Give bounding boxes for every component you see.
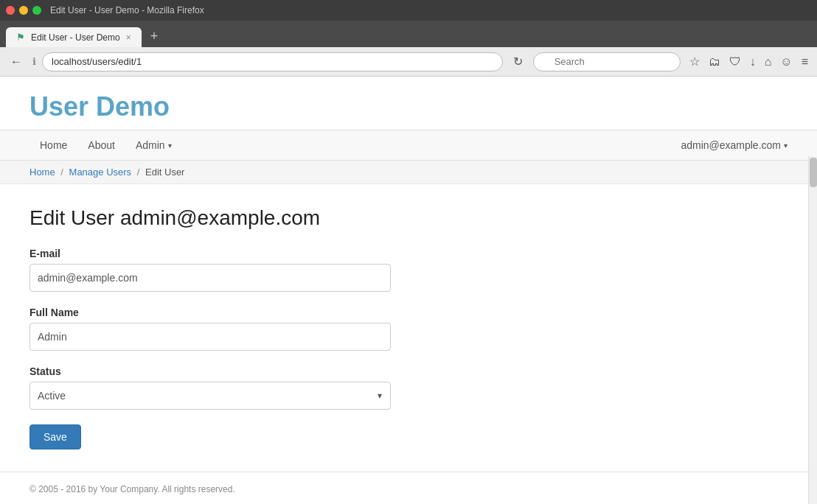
- scrollbar-thumb[interactable]: [810, 158, 817, 187]
- fullname-field[interactable]: [29, 323, 391, 351]
- breadcrumb-current: Edit User: [145, 167, 184, 178]
- tab-label: Edit User - User Demo: [31, 32, 120, 43]
- search-input[interactable]: [533, 52, 681, 71]
- tab-favicon: ⚑: [16, 32, 25, 43]
- browser-tabbar: ⚑ Edit User - User Demo × +: [0, 21, 817, 47]
- search-wrapper: 🔍: [533, 52, 681, 71]
- browser-tab-active[interactable]: ⚑ Edit User - User Demo ×: [6, 27, 142, 47]
- nav-admin-dropdown[interactable]: Admin ▾: [125, 130, 182, 160]
- app-header: User Demo: [0, 77, 817, 130]
- back-button[interactable]: ←: [6, 52, 27, 71]
- download-icon[interactable]: ↓: [747, 52, 759, 71]
- address-bar[interactable]: [42, 52, 503, 71]
- toolbar-icons: ☆ 🗂 🛡 ↓ ⌂ ☺ ≡: [686, 52, 811, 71]
- menu-icon[interactable]: ≡: [799, 52, 811, 71]
- page-wrapper: User Demo Home About Admin ▾ admin@examp…: [0, 77, 817, 504]
- tab-close-button[interactable]: ×: [126, 32, 131, 43]
- fullname-group: Full Name: [29, 307, 788, 351]
- home-icon[interactable]: ⌂: [762, 52, 775, 71]
- nav-admin-caret: ▾: [168, 141, 172, 150]
- minimize-button[interactable]: [19, 6, 28, 15]
- window-title: Edit User - User Demo - Mozilla Firefox: [50, 5, 204, 15]
- page-content: User Demo Home About Admin ▾ admin@examp…: [0, 77, 817, 504]
- browser-titlebar: Edit User - User Demo - Mozilla Firefox: [0, 0, 817, 21]
- nav-user-caret: ▾: [784, 141, 788, 150]
- save-button[interactable]: Save: [29, 424, 81, 449]
- breadcrumb-sep-1: /: [60, 167, 63, 178]
- main-content: Edit User admin@example.com E-mail Full …: [0, 184, 817, 472]
- app-title: User Demo: [29, 91, 788, 122]
- nav-admin-label: Admin: [136, 139, 165, 151]
- maximize-button[interactable]: [32, 6, 41, 15]
- nav-user-menu[interactable]: admin@example.com ▾: [681, 139, 788, 151]
- footer-text: © 2005 - 2016 by Your Company. All right…: [29, 484, 235, 494]
- breadcrumb-manage-users[interactable]: Manage Users: [69, 167, 132, 178]
- close-button[interactable]: [6, 6, 15, 15]
- nav-user-email: admin@example.com: [681, 139, 781, 151]
- page-footer: © 2005 - 2016 by Your Company. All right…: [0, 472, 817, 504]
- new-tab-button[interactable]: +: [145, 26, 164, 47]
- nav-about[interactable]: About: [77, 130, 125, 160]
- breadcrumb: Home / Manage Users / Edit User: [0, 161, 817, 184]
- status-select-wrapper: Active Inactive ▾: [29, 382, 391, 410]
- scrollbar[interactable]: [808, 156, 817, 504]
- email-label: E-mail: [29, 248, 788, 259]
- emoji-icon[interactable]: ☺: [777, 52, 795, 71]
- status-select[interactable]: Active Inactive: [29, 382, 391, 410]
- nav-home[interactable]: Home: [29, 130, 77, 160]
- status-group: Status Active Inactive ▾: [29, 365, 788, 410]
- pocket-icon[interactable]: 🗂: [706, 52, 723, 71]
- breadcrumb-sep-2: /: [137, 167, 140, 178]
- breadcrumb-home[interactable]: Home: [29, 167, 55, 178]
- shield-icon[interactable]: 🛡: [726, 52, 744, 71]
- navbar-left: Home About Admin ▾: [29, 130, 182, 160]
- bookmark-icon[interactable]: ☆: [686, 52, 703, 71]
- status-label: Status: [29, 365, 788, 377]
- fullname-label: Full Name: [29, 307, 788, 318]
- reload-button[interactable]: ↻: [509, 52, 527, 71]
- navbar: Home About Admin ▾ admin@example.com ▾: [0, 130, 817, 161]
- browser-toolbar: ← ℹ ↻ 🔍 ☆ 🗂 🛡 ↓ ⌂ ☺ ≡: [0, 47, 817, 77]
- email-group: E-mail: [29, 248, 788, 292]
- info-icon: ℹ: [32, 56, 36, 67]
- page-heading: Edit User admin@example.com: [29, 206, 788, 230]
- email-field[interactable]: [29, 264, 391, 292]
